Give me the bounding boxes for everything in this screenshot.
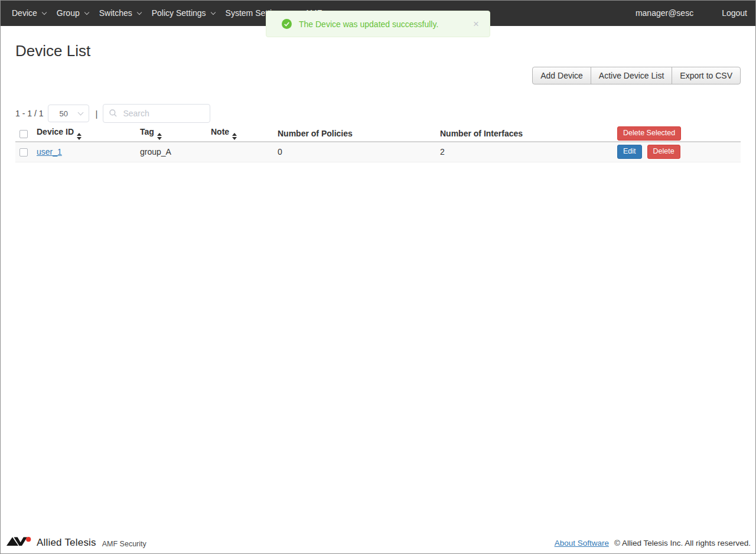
row-actions: Edit Delete	[617, 145, 680, 159]
page-size-value: 50	[59, 109, 67, 118]
controls-divider: |	[95, 109, 97, 119]
toolbar: Add Device Active Device List Export to …	[15, 67, 741, 84]
header-number-of-policies: Number of Policies	[278, 126, 440, 142]
chevron-down-icon	[42, 9, 47, 14]
list-controls: 1 - 1 / 1 50 |	[15, 104, 741, 123]
device-table: Device ID Tag Note Number of Policies Nu…	[15, 126, 741, 162]
nav-item-label: Policy Settings	[152, 8, 206, 18]
header-tag[interactable]: Tag	[140, 126, 211, 142]
cell-note	[211, 142, 278, 162]
delete-button[interactable]: Delete	[647, 145, 680, 159]
allied-telesis-logo-icon	[6, 536, 33, 550]
app-window: Device Group Switches Policy Settings Sy…	[0, 0, 756, 554]
cell-policies: 0	[278, 142, 440, 162]
table-header-row: Device ID Tag Note Number of Policies Nu…	[15, 126, 741, 142]
header-device-id[interactable]: Device ID	[37, 126, 140, 142]
success-toast: The Device was updated successfully. ×	[266, 11, 490, 37]
nav-item-label: Group	[57, 8, 80, 18]
nav-item-policy-settings[interactable]: Policy Settings	[152, 8, 215, 18]
delete-selected-button[interactable]: Delete Selected	[617, 126, 681, 141]
footer: Allied Telesis AMF Security About Softwa…	[0, 536, 756, 554]
chevron-down-icon	[84, 9, 89, 14]
header-number-of-interfaces: Number of Interfaces	[440, 126, 602, 142]
add-device-button[interactable]: Add Device	[532, 67, 591, 84]
nav-user-area: manager@sesc Logout	[636, 8, 747, 18]
logout-button[interactable]: Logout	[722, 8, 747, 18]
sort-icon	[157, 133, 162, 140]
about-software-link[interactable]: About Software	[555, 539, 609, 548]
nav-item-device[interactable]: Device	[12, 8, 46, 18]
nav-item-group[interactable]: Group	[57, 8, 89, 18]
chevron-down-icon	[210, 9, 215, 14]
toolbar-button-group: Add Device Active Device List Export to …	[532, 67, 741, 84]
nav-item-label: Device	[12, 8, 37, 18]
product-name: AMF Security	[102, 540, 146, 548]
footer-links: About Software © Allied Telesis Inc. All…	[555, 539, 751, 548]
active-device-list-button[interactable]: Active Device List	[591, 67, 672, 84]
footer-brand: Allied Telesis AMF Security	[6, 536, 146, 550]
nav-item-switches[interactable]: Switches	[99, 8, 141, 18]
cell-tag: group_A	[140, 142, 211, 162]
export-to-csv-button[interactable]: Export to CSV	[672, 67, 741, 84]
page-title: Device List	[15, 42, 741, 60]
header-note[interactable]: Note	[211, 126, 278, 142]
sort-icon	[232, 133, 237, 140]
copyright-text: © Allied Telesis Inc. All rights reserve…	[614, 539, 751, 548]
close-icon[interactable]: ×	[473, 19, 479, 29]
nav-item-label: Switches	[99, 8, 132, 18]
edit-button[interactable]: Edit	[617, 145, 642, 159]
chevron-down-icon	[78, 110, 84, 116]
device-id-link[interactable]: user_1	[37, 147, 62, 157]
toast-message: The Device was updated successfully.	[299, 19, 438, 29]
check-circle-icon	[282, 19, 292, 29]
brand-name: Allied Telesis	[37, 537, 96, 549]
row-checkbox[interactable]	[19, 148, 28, 157]
search-box	[103, 104, 210, 123]
sort-icon	[77, 133, 82, 140]
cell-interfaces: 2	[440, 142, 602, 162]
page-size-select[interactable]: 50	[48, 105, 89, 122]
logged-in-user: manager@sesc	[636, 8, 693, 18]
table-row: user_1 group_A 0 2 Edit Delete	[15, 142, 741, 162]
search-input[interactable]	[103, 104, 210, 123]
select-all-checkbox[interactable]	[19, 130, 28, 138]
pagination-range: 1 - 1 / 1	[15, 109, 43, 118]
chevron-down-icon	[137, 9, 142, 14]
